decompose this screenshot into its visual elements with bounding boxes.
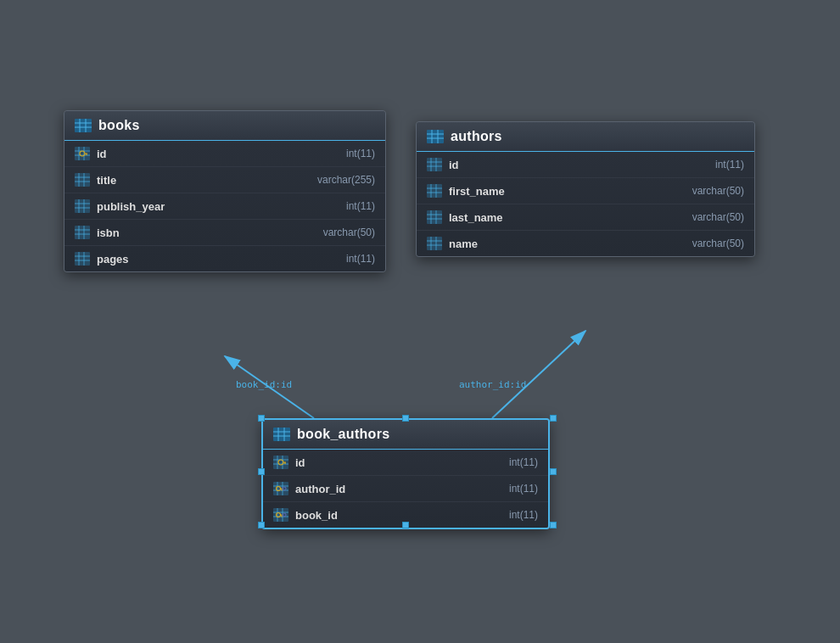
- col-authors-first-name-name: first_name: [449, 185, 686, 198]
- table-row: pages int(11): [64, 246, 385, 271]
- table-row: first_name varchar(50): [417, 178, 754, 204]
- col-book-authors-id-name: id: [295, 456, 502, 469]
- table-row: last_name varchar(50): [417, 204, 754, 231]
- column-icon: [75, 225, 90, 240]
- column-icon: [75, 172, 90, 187]
- table-row: id int(11): [417, 152, 754, 178]
- selection-handle-tr[interactable]: [550, 415, 557, 422]
- table-row: author_id int(11): [263, 476, 548, 502]
- column-icon: [75, 251, 90, 266]
- column-icon: [427, 183, 442, 198]
- table-authors-name: authors: [451, 129, 502, 144]
- svg-rect-56: [427, 237, 442, 250]
- col-book-authors-author-id-name: author_id: [295, 483, 502, 495]
- col-books-pages-type: int(11): [346, 253, 375, 265]
- svg-rect-46: [427, 184, 442, 198]
- table-books-header: books: [64, 111, 385, 141]
- primary-key-icon: [75, 146, 90, 161]
- selection-handle-tl[interactable]: [258, 415, 265, 422]
- col-books-title-name: title: [97, 174, 311, 187]
- col-book-authors-author-id-type: int(11): [509, 483, 538, 495]
- selection-handle-ml[interactable]: [258, 468, 265, 475]
- table-books-icon: [75, 119, 92, 132]
- table-book-authors-name: book_authors: [297, 427, 389, 442]
- svg-rect-66: [273, 456, 288, 469]
- col-book-authors-book-id-name: book_id: [295, 509, 502, 522]
- column-icon: [427, 236, 442, 251]
- col-authors-id-name: id: [449, 159, 708, 171]
- table-row: id int(11): [263, 450, 548, 476]
- svg-rect-16: [75, 173, 90, 187]
- col-book-authors-id-type: int(11): [509, 456, 538, 468]
- svg-rect-61: [273, 428, 290, 441]
- selection-handle-tc[interactable]: [402, 415, 409, 422]
- selection-handle-bc[interactable]: [402, 522, 409, 528]
- col-authors-last-name-type: varchar(50): [692, 211, 744, 223]
- svg-rect-51: [427, 210, 442, 224]
- col-book-authors-book-id-type: int(11): [509, 509, 538, 521]
- table-authors-icon: [427, 130, 444, 143]
- table-row: title varchar(255): [64, 167, 385, 193]
- table-row: publish_year int(11): [64, 193, 385, 220]
- table-books-name: books: [98, 118, 140, 133]
- table-row: name varchar(50): [417, 231, 754, 256]
- diagram-canvas[interactable]: book_id:id author_id:id books: [0, 0, 840, 643]
- table-row: id int(11): [64, 141, 385, 167]
- table-authors[interactable]: authors id int(11): [416, 121, 755, 257]
- col-authors-name-name: name: [449, 238, 686, 250]
- relation-label-author-id: author_id:id: [459, 379, 526, 390]
- column-icon: [427, 157, 442, 172]
- table-row: isbn varchar(50): [64, 220, 385, 246]
- table-books-body: id int(11) title varchar(255): [64, 141, 385, 271]
- svg-rect-31: [75, 252, 90, 266]
- column-icon: [427, 210, 442, 225]
- selection-handle-br[interactable]: [550, 522, 557, 528]
- col-books-title-type: varchar(255): [317, 174, 375, 186]
- selection-handle-bl[interactable]: [258, 522, 265, 528]
- col-books-pages-name: pages: [97, 253, 339, 266]
- svg-rect-26: [75, 226, 90, 239]
- col-books-isbn-name: isbn: [97, 226, 316, 239]
- table-authors-header: authors: [417, 122, 754, 152]
- col-authors-id-type: int(11): [715, 159, 744, 171]
- table-book-authors-body: id int(11): [263, 450, 548, 528]
- svg-line-1: [492, 331, 585, 418]
- selection-handle-mr[interactable]: [550, 468, 557, 475]
- col-books-id-name: id: [97, 148, 339, 160]
- column-icon: [75, 198, 90, 214]
- table-books[interactable]: books id: [64, 110, 386, 272]
- svg-rect-8: [75, 147, 90, 160]
- foreign-key-icon: [273, 507, 288, 523]
- col-authors-name-type: varchar(50): [692, 238, 744, 249]
- table-authors-body: id int(11) first_name varchar(50): [417, 152, 754, 256]
- col-books-publish-year-type: int(11): [346, 200, 375, 212]
- col-books-publish-year-name: publish_year: [97, 200, 339, 213]
- primary-key-icon: [273, 455, 288, 470]
- svg-rect-41: [427, 158, 442, 171]
- table-book-authors-icon: [273, 428, 290, 441]
- table-book-authors[interactable]: book_authors id: [261, 418, 550, 529]
- svg-rect-36: [427, 130, 444, 143]
- svg-rect-3: [75, 119, 92, 132]
- col-books-id-type: int(11): [346, 148, 375, 159]
- relation-label-book-id: book_id:id: [236, 379, 292, 390]
- table-book-authors-header: book_authors: [263, 420, 548, 450]
- foreign-key-icon: [273, 481, 288, 496]
- col-authors-last-name-name: last_name: [449, 211, 686, 224]
- svg-rect-21: [75, 199, 90, 213]
- col-books-isbn-type: varchar(50): [323, 226, 375, 238]
- relations-svg: [0, 0, 840, 643]
- col-authors-first-name-type: varchar(50): [692, 185, 744, 197]
